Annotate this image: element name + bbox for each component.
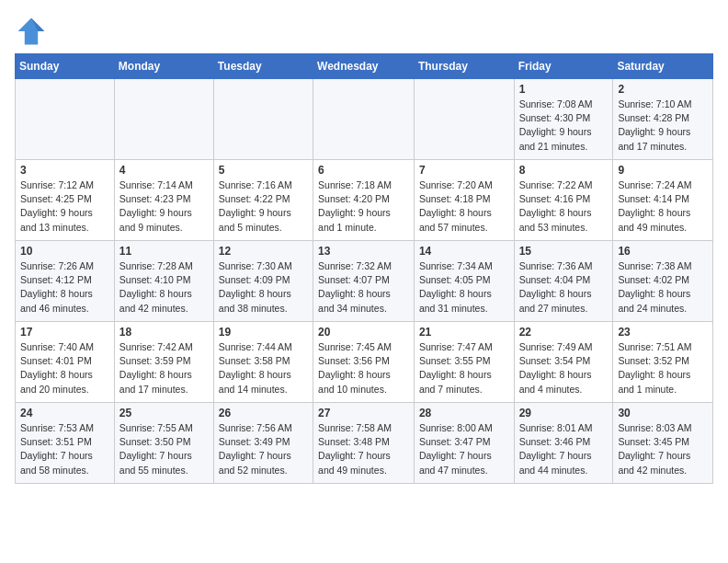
day-info: Sunrise: 8:03 AM Sunset: 3:45 PM Dayligh…: [618, 421, 708, 477]
header-cell: Friday: [514, 54, 613, 79]
calendar-cell: 7Sunrise: 7:20 AM Sunset: 4:18 PM Daylig…: [414, 160, 514, 241]
calendar-cell: [313, 79, 415, 160]
day-info: Sunrise: 7:56 AM Sunset: 3:49 PM Dayligh…: [219, 421, 308, 477]
day-info: Sunrise: 7:45 AM Sunset: 3:56 PM Dayligh…: [318, 340, 409, 396]
calendar-cell: 11Sunrise: 7:28 AM Sunset: 4:10 PM Dayli…: [114, 241, 213, 322]
day-info: Sunrise: 7:38 AM Sunset: 4:02 PM Dayligh…: [618, 259, 708, 316]
day-number: 17: [20, 326, 109, 339]
logo-icon: [15, 15, 48, 48]
calendar-cell: 3Sunrise: 7:12 AM Sunset: 4:25 PM Daylig…: [16, 160, 115, 241]
day-info: Sunrise: 7:32 AM Sunset: 4:07 PM Dayligh…: [318, 259, 409, 316]
calendar-cell: 15Sunrise: 7:36 AM Sunset: 4:04 PM Dayli…: [514, 241, 613, 322]
day-info: Sunrise: 8:01 AM Sunset: 3:46 PM Dayligh…: [519, 421, 609, 477]
calendar-cell: 10Sunrise: 7:26 AM Sunset: 4:12 PM Dayli…: [16, 241, 115, 322]
calendar-cell: [414, 79, 514, 160]
day-number: 22: [519, 326, 609, 339]
header-cell: Tuesday: [213, 54, 313, 79]
calendar-cell: 1Sunrise: 7:08 AM Sunset: 4:30 PM Daylig…: [514, 79, 613, 160]
day-number: 19: [219, 326, 308, 339]
calendar-cell: 13Sunrise: 7:32 AM Sunset: 4:07 PM Dayli…: [313, 241, 415, 322]
calendar-cell: [213, 79, 313, 160]
day-info: Sunrise: 7:24 AM Sunset: 4:14 PM Dayligh…: [618, 178, 708, 235]
day-info: Sunrise: 7:44 AM Sunset: 3:58 PM Dayligh…: [219, 340, 308, 396]
day-info: Sunrise: 8:00 AM Sunset: 3:47 PM Dayligh…: [419, 421, 509, 477]
day-number: 4: [119, 164, 209, 177]
day-number: 25: [119, 407, 209, 419]
day-number: 5: [219, 164, 308, 177]
day-info: Sunrise: 7:53 AM Sunset: 3:51 PM Dayligh…: [20, 421, 109, 477]
day-number: 23: [618, 326, 708, 339]
calendar-cell: 18Sunrise: 7:42 AM Sunset: 3:59 PM Dayli…: [114, 322, 213, 403]
day-info: Sunrise: 7:51 AM Sunset: 3:52 PM Dayligh…: [618, 340, 708, 396]
day-info: Sunrise: 7:26 AM Sunset: 4:12 PM Dayligh…: [20, 259, 109, 316]
calendar-cell: 16Sunrise: 7:38 AM Sunset: 4:02 PM Dayli…: [613, 241, 713, 322]
header-cell: Saturday: [613, 54, 713, 79]
day-number: 14: [419, 245, 509, 258]
day-info: Sunrise: 7:47 AM Sunset: 3:55 PM Dayligh…: [419, 340, 509, 396]
calendar-table: SundayMondayTuesdayWednesdayThursdayFrid…: [15, 53, 713, 484]
calendar-cell: 27Sunrise: 7:58 AM Sunset: 3:48 PM Dayli…: [313, 403, 415, 484]
calendar-cell: 6Sunrise: 7:18 AM Sunset: 4:20 PM Daylig…: [313, 160, 415, 241]
day-number: 29: [519, 407, 609, 419]
day-number: 28: [419, 407, 509, 419]
day-number: 7: [419, 164, 509, 177]
day-info: Sunrise: 7:08 AM Sunset: 4:30 PM Dayligh…: [519, 98, 609, 154]
day-info: Sunrise: 7:42 AM Sunset: 3:59 PM Dayligh…: [119, 340, 209, 396]
header-cell: Thursday: [414, 54, 514, 79]
day-number: 16: [618, 245, 708, 258]
calendar-cell: 14Sunrise: 7:34 AM Sunset: 4:05 PM Dayli…: [414, 241, 514, 322]
day-number: 12: [219, 245, 308, 258]
day-number: 3: [20, 164, 109, 177]
day-info: Sunrise: 7:55 AM Sunset: 3:50 PM Dayligh…: [119, 421, 209, 477]
calendar-cell: [114, 79, 213, 160]
calendar-cell: 24Sunrise: 7:53 AM Sunset: 3:51 PM Dayli…: [16, 403, 115, 484]
day-info: Sunrise: 7:14 AM Sunset: 4:23 PM Dayligh…: [119, 178, 209, 235]
calendar-cell: 2Sunrise: 7:10 AM Sunset: 4:28 PM Daylig…: [613, 79, 713, 160]
calendar-cell: 9Sunrise: 7:24 AM Sunset: 4:14 PM Daylig…: [613, 160, 713, 241]
day-info: Sunrise: 7:20 AM Sunset: 4:18 PM Dayligh…: [419, 178, 509, 235]
page-header: [15, 15, 713, 48]
calendar-cell: 23Sunrise: 7:51 AM Sunset: 3:52 PM Dayli…: [613, 322, 713, 403]
calendar-cell: 21Sunrise: 7:47 AM Sunset: 3:55 PM Dayli…: [414, 322, 514, 403]
day-info: Sunrise: 7:34 AM Sunset: 4:05 PM Dayligh…: [419, 259, 509, 316]
day-info: Sunrise: 7:40 AM Sunset: 4:01 PM Dayligh…: [20, 340, 109, 396]
day-number: 9: [618, 164, 708, 177]
calendar-week-row: 24Sunrise: 7:53 AM Sunset: 3:51 PM Dayli…: [16, 403, 713, 484]
day-info: Sunrise: 7:12 AM Sunset: 4:25 PM Dayligh…: [20, 178, 109, 235]
day-info: Sunrise: 7:36 AM Sunset: 4:04 PM Dayligh…: [519, 259, 609, 316]
day-number: 26: [219, 407, 308, 419]
day-info: Sunrise: 7:28 AM Sunset: 4:10 PM Dayligh…: [119, 259, 209, 316]
calendar-week-row: 10Sunrise: 7:26 AM Sunset: 4:12 PM Dayli…: [16, 241, 713, 322]
calendar-body: 1Sunrise: 7:08 AM Sunset: 4:30 PM Daylig…: [16, 79, 713, 484]
calendar-week-row: 17Sunrise: 7:40 AM Sunset: 4:01 PM Dayli…: [16, 322, 713, 403]
calendar-cell: 30Sunrise: 8:03 AM Sunset: 3:45 PM Dayli…: [613, 403, 713, 484]
day-info: Sunrise: 7:49 AM Sunset: 3:54 PM Dayligh…: [519, 340, 609, 396]
day-number: 27: [318, 407, 409, 419]
calendar-header: SundayMondayTuesdayWednesdayThursdayFrid…: [16, 54, 713, 79]
calendar-cell: 5Sunrise: 7:16 AM Sunset: 4:22 PM Daylig…: [213, 160, 313, 241]
calendar-cell: 25Sunrise: 7:55 AM Sunset: 3:50 PM Dayli…: [114, 403, 213, 484]
day-number: 8: [519, 164, 609, 177]
calendar-cell: 22Sunrise: 7:49 AM Sunset: 3:54 PM Dayli…: [514, 322, 613, 403]
header-row: SundayMondayTuesdayWednesdayThursdayFrid…: [16, 54, 713, 79]
day-number: 10: [20, 245, 109, 258]
day-number: 2: [618, 83, 708, 96]
calendar-week-row: 3Sunrise: 7:12 AM Sunset: 4:25 PM Daylig…: [16, 160, 713, 241]
day-number: 13: [318, 245, 409, 258]
day-number: 21: [419, 326, 509, 339]
day-info: Sunrise: 7:16 AM Sunset: 4:22 PM Dayligh…: [219, 178, 308, 235]
calendar-cell: 17Sunrise: 7:40 AM Sunset: 4:01 PM Dayli…: [16, 322, 115, 403]
day-info: Sunrise: 7:58 AM Sunset: 3:48 PM Dayligh…: [318, 421, 409, 477]
day-number: 1: [519, 83, 609, 96]
calendar-cell: [16, 79, 115, 160]
day-info: Sunrise: 7:10 AM Sunset: 4:28 PM Dayligh…: [618, 98, 708, 154]
calendar-cell: 26Sunrise: 7:56 AM Sunset: 3:49 PM Dayli…: [213, 403, 313, 484]
calendar-cell: 19Sunrise: 7:44 AM Sunset: 3:58 PM Dayli…: [213, 322, 313, 403]
day-number: 24: [20, 407, 109, 419]
day-info: Sunrise: 7:22 AM Sunset: 4:16 PM Dayligh…: [519, 178, 609, 235]
calendar-week-row: 1Sunrise: 7:08 AM Sunset: 4:30 PM Daylig…: [16, 79, 713, 160]
day-number: 11: [119, 245, 209, 258]
day-number: 30: [618, 407, 708, 419]
day-info: Sunrise: 7:18 AM Sunset: 4:20 PM Dayligh…: [318, 178, 409, 235]
day-number: 20: [318, 326, 409, 339]
